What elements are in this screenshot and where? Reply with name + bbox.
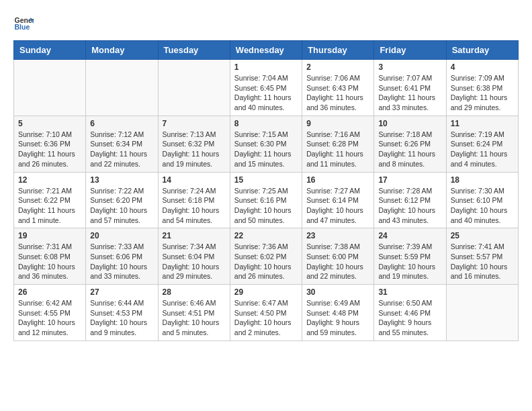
day-info: Sunrise: 7:38 AMSunset: 6:00 PMDaylight:… [306, 242, 369, 281]
calendar-cell: 17 Sunrise: 7:28 AMSunset: 6:12 PMDaylig… [374, 172, 446, 228]
day-info: Sunrise: 6:46 AMSunset: 4:51 PMDaylight:… [163, 298, 226, 338]
day-info: Sunrise: 7:19 AMSunset: 6:24 PMDaylight:… [451, 130, 514, 169]
logo-icon: General Blue [13, 13, 34, 34]
day-number: 5 [18, 119, 81, 128]
day-number: 2 [306, 62, 369, 72]
calendar-cell [158, 60, 230, 116]
page-header: General Blue [13, 13, 519, 34]
day-number: 10 [378, 119, 441, 128]
calendar-cell: 16 Sunrise: 7:27 AMSunset: 6:14 PMDaylig… [302, 172, 374, 228]
week-row-3: 12 Sunrise: 7:21 AMSunset: 6:22 PMDaylig… [14, 172, 519, 228]
calendar-cell: 12 Sunrise: 7:21 AMSunset: 6:22 PMDaylig… [14, 172, 86, 228]
day-number: 30 [306, 287, 369, 297]
calendar-cell [86, 60, 158, 116]
day-number: 3 [378, 62, 441, 72]
calendar-cell: 23 Sunrise: 7:38 AMSunset: 6:00 PMDaylig… [302, 228, 374, 285]
day-info: Sunrise: 7:09 AMSunset: 6:38 PMDaylight:… [451, 73, 514, 113]
day-number: 29 [234, 287, 298, 297]
calendar-cell [446, 285, 518, 341]
day-number: 31 [378, 287, 441, 297]
day-number: 9 [306, 119, 369, 128]
day-number: 19 [18, 231, 81, 240]
day-info: Sunrise: 7:22 AMSunset: 6:20 PMDaylight:… [90, 186, 153, 226]
day-info: Sunrise: 6:47 AMSunset: 4:50 PMDaylight:… [234, 298, 298, 338]
day-number: 1 [234, 62, 298, 72]
weekday-header-friday: Friday [374, 41, 446, 60]
day-number: 23 [306, 231, 369, 240]
weekday-header-sunday: Sunday [14, 41, 86, 60]
day-number: 13 [90, 175, 153, 185]
day-info: Sunrise: 6:49 AMSunset: 4:48 PMDaylight:… [306, 298, 369, 338]
day-number: 4 [451, 62, 514, 72]
weekday-header-saturday: Saturday [446, 41, 518, 60]
day-info: Sunrise: 6:50 AMSunset: 4:46 PMDaylight:… [378, 298, 441, 338]
calendar-cell: 8 Sunrise: 7:15 AMSunset: 6:30 PMDayligh… [230, 116, 302, 172]
day-info: Sunrise: 7:04 AMSunset: 6:45 PMDaylight:… [234, 73, 298, 113]
calendar-table: SundayMondayTuesdayWednesdayThursdayFrid… [13, 40, 519, 341]
day-number: 24 [378, 231, 441, 240]
calendar-cell: 21 Sunrise: 7:34 AMSunset: 6:04 PMDaylig… [158, 228, 230, 285]
day-info: Sunrise: 7:27 AMSunset: 6:14 PMDaylight:… [306, 186, 369, 226]
calendar-cell: 22 Sunrise: 7:36 AMSunset: 6:02 PMDaylig… [230, 228, 302, 285]
calendar-cell: 7 Sunrise: 7:13 AMSunset: 6:32 PMDayligh… [158, 116, 230, 172]
week-row-1: 1 Sunrise: 7:04 AMSunset: 6:45 PMDayligh… [14, 60, 519, 116]
calendar-cell: 13 Sunrise: 7:22 AMSunset: 6:20 PMDaylig… [86, 172, 158, 228]
calendar-cell: 14 Sunrise: 7:24 AMSunset: 6:18 PMDaylig… [158, 172, 230, 228]
day-number: 11 [451, 119, 514, 128]
day-number: 21 [163, 231, 226, 240]
day-number: 8 [234, 119, 298, 128]
calendar-cell: 5 Sunrise: 7:10 AMSunset: 6:36 PMDayligh… [14, 116, 86, 172]
day-info: Sunrise: 7:13 AMSunset: 6:32 PMDaylight:… [163, 130, 226, 169]
day-info: Sunrise: 7:06 AMSunset: 6:43 PMDaylight:… [306, 73, 369, 113]
day-info: Sunrise: 7:24 AMSunset: 6:18 PMDaylight:… [163, 186, 226, 226]
day-info: Sunrise: 7:34 AMSunset: 6:04 PMDaylight:… [163, 242, 226, 281]
calendar-cell: 19 Sunrise: 7:31 AMSunset: 6:08 PMDaylig… [14, 228, 86, 285]
calendar-cell: 15 Sunrise: 7:25 AMSunset: 6:16 PMDaylig… [230, 172, 302, 228]
day-number: 14 [163, 175, 226, 185]
logo: General Blue [13, 13, 34, 34]
day-number: 6 [90, 119, 153, 128]
calendar-cell: 26 Sunrise: 6:42 AMSunset: 4:55 PMDaylig… [14, 285, 86, 341]
day-number: 28 [163, 287, 226, 297]
day-info: Sunrise: 7:41 AMSunset: 5:57 PMDaylight:… [451, 242, 514, 281]
day-number: 18 [451, 175, 514, 185]
calendar-cell: 4 Sunrise: 7:09 AMSunset: 6:38 PMDayligh… [446, 60, 518, 116]
day-number: 16 [306, 175, 369, 185]
calendar-cell: 1 Sunrise: 7:04 AMSunset: 6:45 PMDayligh… [230, 60, 302, 116]
day-info: Sunrise: 6:44 AMSunset: 4:53 PMDaylight:… [90, 298, 153, 338]
day-number: 17 [378, 175, 441, 185]
day-info: Sunrise: 7:36 AMSunset: 6:02 PMDaylight:… [234, 242, 298, 281]
calendar-cell: 31 Sunrise: 6:50 AMSunset: 4:46 PMDaylig… [374, 285, 446, 341]
calendar-cell: 6 Sunrise: 7:12 AMSunset: 6:34 PMDayligh… [86, 116, 158, 172]
calendar-cell: 27 Sunrise: 6:44 AMSunset: 4:53 PMDaylig… [86, 285, 158, 341]
calendar-cell: 24 Sunrise: 7:39 AMSunset: 5:59 PMDaylig… [374, 228, 446, 285]
day-info: Sunrise: 7:25 AMSunset: 6:16 PMDaylight:… [234, 186, 298, 226]
day-number: 20 [90, 231, 153, 240]
day-number: 12 [18, 175, 81, 185]
weekday-header-wednesday: Wednesday [230, 41, 302, 60]
calendar-cell [14, 60, 86, 116]
day-number: 15 [234, 175, 298, 185]
day-number: 7 [163, 119, 226, 128]
weekday-header-row: SundayMondayTuesdayWednesdayThursdayFrid… [14, 41, 519, 60]
day-info: Sunrise: 7:18 AMSunset: 6:26 PMDaylight:… [378, 130, 441, 169]
day-info: Sunrise: 7:21 AMSunset: 6:22 PMDaylight:… [18, 186, 81, 226]
svg-text:Blue: Blue [15, 23, 30, 31]
week-row-2: 5 Sunrise: 7:10 AMSunset: 6:36 PMDayligh… [14, 116, 519, 172]
calendar-cell: 2 Sunrise: 7:06 AMSunset: 6:43 PMDayligh… [302, 60, 374, 116]
calendar-cell: 9 Sunrise: 7:16 AMSunset: 6:28 PMDayligh… [302, 116, 374, 172]
calendar-cell: 28 Sunrise: 6:46 AMSunset: 4:51 PMDaylig… [158, 285, 230, 341]
week-row-4: 19 Sunrise: 7:31 AMSunset: 6:08 PMDaylig… [14, 228, 519, 285]
day-number: 22 [234, 231, 298, 240]
day-info: Sunrise: 7:15 AMSunset: 6:30 PMDaylight:… [234, 130, 298, 169]
calendar-cell: 10 Sunrise: 7:18 AMSunset: 6:26 PMDaylig… [374, 116, 446, 172]
day-number: 27 [90, 287, 153, 297]
calendar-cell: 11 Sunrise: 7:19 AMSunset: 6:24 PMDaylig… [446, 116, 518, 172]
calendar-cell: 18 Sunrise: 7:30 AMSunset: 6:10 PMDaylig… [446, 172, 518, 228]
day-info: Sunrise: 7:31 AMSunset: 6:08 PMDaylight:… [18, 242, 81, 281]
calendar-cell: 20 Sunrise: 7:33 AMSunset: 6:06 PMDaylig… [86, 228, 158, 285]
weekday-header-thursday: Thursday [302, 41, 374, 60]
day-info: Sunrise: 7:39 AMSunset: 5:59 PMDaylight:… [378, 242, 441, 281]
calendar-cell: 29 Sunrise: 6:47 AMSunset: 4:50 PMDaylig… [230, 285, 302, 341]
day-info: Sunrise: 7:30 AMSunset: 6:10 PMDaylight:… [451, 186, 514, 226]
